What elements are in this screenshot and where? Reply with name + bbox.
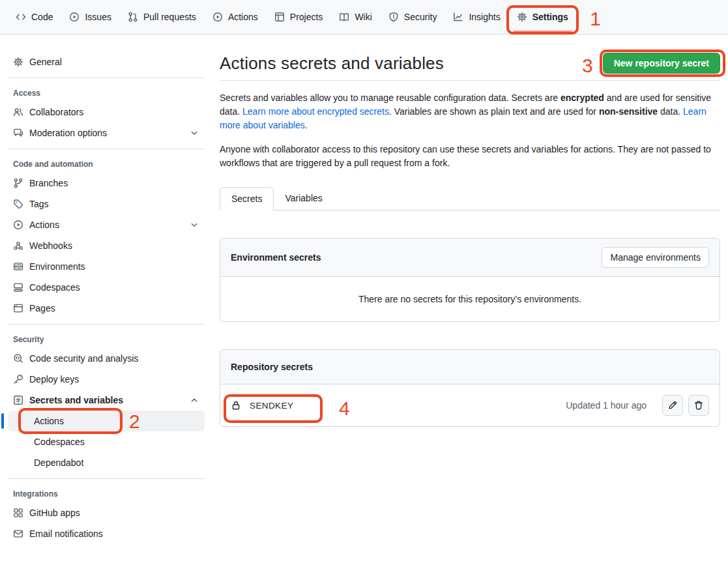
annotation-number-4: 4 — [339, 399, 350, 418]
tag-icon — [13, 199, 23, 209]
play-icon — [212, 12, 223, 22]
nav-tab-label: Projects — [290, 12, 323, 22]
sidebar-section-security: Security — [8, 330, 205, 348]
sidebar-item-pages[interactable]: Pages — [8, 298, 205, 319]
sidebar-item-github-apps[interactable]: GitHub apps — [8, 502, 205, 523]
comment-discussion-icon — [13, 128, 23, 138]
annotation-number-2: 2 — [129, 412, 140, 431]
nav-tab-actions[interactable]: Actions — [207, 7, 263, 27]
sidebar-item-label: Deploy keys — [29, 374, 79, 384]
secret-name-label: SENDKEY — [250, 401, 293, 411]
page-head: Actions secrets and variables New reposi… — [220, 35, 720, 81]
sidebar-item-label: Codespaces — [29, 282, 80, 293]
tab-secrets[interactable]: Secrets — [220, 187, 274, 210]
sidebar-item-label: Secrets and variables — [29, 395, 123, 405]
sidebar-item-tags[interactable]: Tags — [8, 194, 205, 214]
table-icon — [274, 12, 285, 22]
gear-icon — [517, 12, 527, 22]
sidebar-item-webhooks[interactable]: Webhooks — [8, 235, 205, 256]
chevron-down-icon — [189, 220, 199, 230]
repo-nav: Code Issues Pull requests Actions Projec… — [0, 0, 728, 35]
nav-tab-pull-requests[interactable]: Pull requests — [123, 7, 201, 27]
nav-tab-projects[interactable]: Projects — [269, 7, 328, 27]
secret-updated-timestamp: Updated 1 hour ago — [566, 400, 647, 411]
chevron-down-icon — [189, 128, 199, 138]
sidebar-item-deploy-keys[interactable]: Deploy keys — [8, 369, 205, 390]
description-paragraph-2: Anyone with collaborator access to this … — [220, 143, 720, 170]
sidebar-item-codespaces[interactable]: Codespaces — [8, 277, 205, 298]
people-icon — [13, 107, 23, 117]
nav-tab-label: Issues — [85, 12, 111, 22]
description-text: data. — [658, 106, 683, 117]
description-text: Secrets and variables allow you to manag… — [220, 93, 561, 103]
sidebar-item-label: Tags — [29, 199, 49, 209]
sidebar-item-label: General — [29, 57, 62, 67]
sidebar-item-label: Collaborators — [29, 107, 83, 117]
code-scan-icon — [13, 353, 23, 364]
sidebar-item-label: Email notifications — [29, 529, 103, 539]
annotation-number-1: 1 — [590, 9, 601, 29]
secret-row: SENDKEY 4 Updated 1 hour ago — [220, 384, 720, 426]
environment-secrets-empty-state: There are no secrets for this repository… — [220, 277, 720, 321]
key-icon — [13, 374, 23, 384]
sidebar-item-branches[interactable]: Branches — [8, 173, 205, 194]
nav-tab-label: Actions — [228, 12, 258, 22]
sidebar-section-code-automation: Code and automation — [8, 154, 205, 173]
pencil-icon — [667, 400, 678, 411]
sidebar-subitem-dependabot[interactable]: Dependabot — [8, 452, 205, 473]
edit-secret-button[interactable] — [662, 395, 683, 416]
sidebar-divider — [8, 78, 205, 78]
sidebar-item-general[interactable]: General — [8, 51, 205, 72]
main-content: Actions secrets and variables New reposi… — [220, 35, 720, 427]
new-repository-secret-button[interactable]: New repository secret — [603, 53, 720, 74]
lock-icon — [231, 400, 241, 411]
chevron-up-icon — [189, 395, 199, 405]
code-icon — [16, 12, 26, 22]
manage-environments-button[interactable]: Manage environments — [602, 247, 709, 268]
issue-opened-icon — [69, 12, 80, 22]
sidebar-item-code-security[interactable]: Code security and analysis — [8, 348, 205, 369]
server-icon — [13, 261, 23, 272]
sidebar-item-label: Branches — [29, 178, 68, 188]
nav-tab-insights[interactable]: Insights — [448, 7, 505, 27]
sidebar-item-secrets-and-variables[interactable]: Secrets and variables — [8, 390, 205, 411]
nav-tab-settings[interactable]: Settings 1 — [512, 7, 574, 27]
sidebar-section-access: Access — [8, 83, 205, 102]
sidebar-item-collaborators[interactable]: Collaborators — [8, 102, 205, 123]
nav-tab-code[interactable]: Code — [10, 7, 58, 27]
sidebar-item-environments[interactable]: Environments — [8, 256, 205, 277]
sidebar-subitem-actions[interactable]: Actions 2 — [8, 411, 205, 431]
git-pull-request-icon — [128, 12, 138, 22]
graph-icon — [453, 12, 463, 22]
repository-secrets-title: Repository secrets — [231, 362, 313, 372]
apps-icon — [13, 508, 23, 518]
key-asterisk-icon — [13, 395, 23, 405]
nav-tab-label: Wiki — [355, 12, 371, 22]
sidebar-item-actions[interactable]: Actions — [8, 214, 205, 235]
sidebar-item-label: Pages — [29, 303, 55, 313]
play-icon — [13, 220, 23, 230]
sidebar-item-label: Actions — [29, 220, 59, 230]
nav-tab-security[interactable]: Security — [383, 7, 443, 27]
nav-tab-issues[interactable]: Issues — [64, 7, 116, 27]
repository-secrets-card: Repository secrets SENDKEY 4 Updated 1 h… — [220, 349, 720, 427]
nav-tab-wiki[interactable]: Wiki — [334, 7, 377, 27]
sidebar-item-email-notifications[interactable]: Email notifications — [8, 523, 205, 544]
nav-tab-label: Code — [31, 12, 53, 22]
sidebar-subitem-codespaces[interactable]: Codespaces — [8, 431, 205, 452]
environment-secrets-header: Environment secrets Manage environments — [220, 239, 720, 277]
tab-variables[interactable]: Variables — [274, 187, 333, 210]
learn-more-encrypted-secrets-link[interactable]: Learn more about encrypted secrets — [242, 106, 389, 117]
delete-secret-button[interactable] — [688, 395, 709, 416]
repository-secrets-header: Repository secrets — [220, 350, 720, 384]
sidebar-item-moderation-options[interactable]: Moderation options — [8, 123, 205, 143]
description-bold: encrypted — [561, 93, 604, 103]
secrets-variables-tabnav: Secrets Variables — [220, 187, 720, 210]
sidebar-divider — [8, 324, 205, 325]
description-bold: non-sensitive — [599, 106, 658, 117]
sidebar-section-integrations: Integrations — [8, 484, 205, 502]
codespaces-icon — [13, 282, 23, 293]
sidebar-subitem-label: Codespaces — [34, 437, 85, 447]
sidebar-divider — [8, 478, 205, 479]
sidebar-subitem-label: Actions — [34, 416, 64, 426]
